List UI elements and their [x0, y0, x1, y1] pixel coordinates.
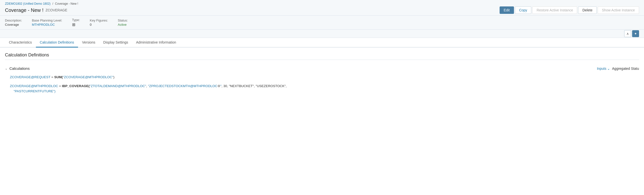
title-row: Coverage - New ! ZCOVERAGE Edit Copy Res… — [5, 6, 639, 14]
formula-line-2: ZCOVERAGE@MTHPRODLOC = IBP_COVERAGE("ZTO… — [10, 83, 639, 94]
key-figures-value: 0 — [90, 23, 92, 26]
calculations-header[interactable]: ⌄ Calculations Inputs ⌄ Aggregated Statu — [5, 65, 639, 72]
breadcrumb-current: Coverage - New ! — [55, 2, 78, 5]
type-field: Type: ⊞ — [72, 18, 80, 27]
description-value: Coverage — [5, 23, 19, 26]
show-active-button: Show Active Instance — [598, 6, 639, 14]
calculations-header-right: Inputs ⌄ Aggregated Statu — [597, 67, 639, 70]
inputs-button[interactable]: Inputs ⌄ — [597, 67, 610, 70]
section-title: Calculation Definitions — [5, 52, 639, 58]
tab-versions[interactable]: Versions — [78, 38, 99, 47]
formula1-op1: = — [50, 75, 54, 79]
description-field: Description: Coverage — [5, 18, 22, 26]
base-planning-field: Base Planning Level: MTHPRODLOC — [32, 18, 62, 26]
formula2-op1: = — [58, 84, 62, 88]
tabs-bar: Characteristics Calculation Definitions … — [0, 38, 644, 47]
tab-characteristics[interactable]: Characteristics — [5, 38, 36, 47]
restore-button: Restore Active Instance — [532, 6, 577, 14]
breadcrumb: ZDEMO1802 (Unified Demo 1802) / Coverage… — [5, 2, 639, 5]
formula2-str1: "ZTOTALDEMAND@MTHPRODLOC" — [90, 84, 146, 88]
breadcrumb-separator: / — [52, 2, 53, 5]
formula-line-1: ZCOVERAGE@REQUEST = SUM("ZCOVERAGE@MTHPR… — [10, 74, 639, 80]
chevron-down-icon: ⌄ — [5, 67, 8, 70]
calculations-section: ⌄ Calculations Inputs ⌄ Aggregated Statu… — [5, 65, 639, 94]
key-figures-field: Key Figures: 0 — [90, 18, 108, 26]
aggregated-status: Aggregated Statu — [612, 67, 639, 70]
breadcrumb-link[interactable]: ZDEMO1802 (Unified Demo 1802) — [5, 2, 50, 5]
status-value: Active — [118, 23, 126, 26]
formula1-func: SUM( — [54, 75, 63, 79]
section-divider — [5, 60, 639, 60]
status-label: Status: — [118, 18, 128, 22]
collapse-row: ∧ ✦ — [0, 30, 644, 38]
formula1-close: ) — [113, 75, 114, 79]
formula2-str2: "ZPROJECTEDSTOCKMTH@MTHPRODLOC — [148, 84, 217, 88]
formula2-line2-text: "PASTCURRENTFUTURE") — [14, 89, 56, 93]
type-label: Type: — [72, 18, 80, 22]
calculations-header-left: ⌄ Calculations — [5, 66, 30, 70]
type-icon: ⊞ — [72, 22, 75, 27]
info-bar: Description: Coverage Base Planning Leve… — [0, 15, 644, 30]
content-area: Calculation Definitions ⌄ Calculations I… — [0, 47, 644, 94]
top-header: ZDEMO1802 (Unified Demo 1802) / Coverage… — [0, 0, 644, 15]
status-field: Status: Active — [118, 18, 128, 26]
gear-icon: ⚙ — [218, 84, 220, 88]
page-title-text: Coverage - New ! — [5, 7, 44, 13]
tab-calculation-definitions[interactable]: Calculation Definitions — [36, 38, 78, 47]
tab-display-settings[interactable]: Display Settings — [99, 38, 132, 47]
tab-administrative-information[interactable]: Administrative Information — [132, 38, 180, 47]
formula2-rest: , 30, "NEXTBUCKET", "USEZEROSTOCK", — [222, 84, 286, 88]
formula-container: ZCOVERAGE@REQUEST = SUM("ZCOVERAGE@MTHPR… — [5, 72, 639, 94]
edit-button[interactable]: Edit — [500, 6, 514, 14]
key-figures-label: Key Figures: — [90, 18, 108, 22]
collapse-button[interactable]: ∧ — [624, 30, 631, 37]
formula2-var1: ZCOVERAGE@MTHPRODLOC — [10, 84, 58, 88]
copy-button[interactable]: Copy — [515, 6, 532, 14]
formula2-line2 — [10, 89, 14, 93]
delete-button[interactable]: Delete — [578, 6, 596, 14]
toolbar: Edit Copy Restore Active Instance Delete… — [500, 6, 639, 14]
pin-button[interactable]: ✦ — [632, 30, 639, 37]
page-subtitle: ZCOVERAGE — [46, 8, 67, 12]
inputs-chevron-icon: ⌄ — [607, 67, 610, 70]
description-label: Description: — [5, 18, 22, 22]
formula1-var1: ZCOVERAGE@REQUEST — [10, 75, 50, 79]
calculations-label: Calculations — [10, 66, 30, 70]
base-planning-label: Base Planning Level: — [32, 18, 62, 22]
inputs-label: Inputs — [597, 67, 606, 70]
formula2-func: IBP_COVERAGE( — [62, 84, 90, 88]
formula1-str1: "ZCOVERAGE@MTHPRODLOC" — [63, 75, 113, 79]
base-planning-value[interactable]: MTHPRODLOC — [32, 23, 55, 26]
page-title: Coverage - New ! ZCOVERAGE — [5, 7, 67, 13]
